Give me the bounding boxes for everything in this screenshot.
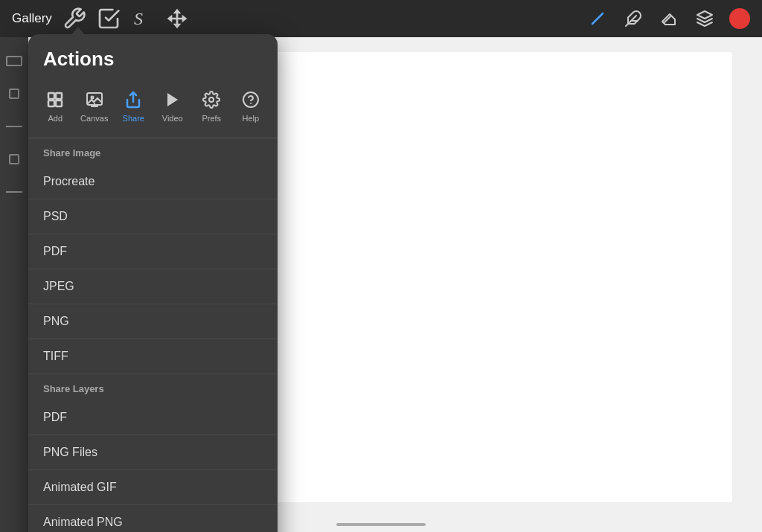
canvas-tab-label: Canvas — [80, 114, 108, 123]
share-layers-section-header: Share Layers — [28, 374, 278, 400]
dropdown-caret — [71, 27, 86, 36]
menu-item-png-files[interactable]: PNG Files — [28, 435, 278, 470]
svg-rect-6 — [48, 93, 54, 99]
menu-item-pdf-image[interactable]: PDF — [28, 234, 278, 269]
gallery-label[interactable]: Gallery — [12, 11, 52, 26]
svg-line-1 — [592, 13, 603, 24]
tab-video[interactable]: Video — [153, 84, 193, 127]
menu-item-animated-gif[interactable]: Animated GIF — [28, 470, 278, 505]
tab-row: Add Canvas Shar — [28, 78, 278, 138]
svg-marker-5 — [697, 11, 712, 19]
tab-prefs[interactable]: Prefs — [192, 84, 231, 127]
tab-help[interactable]: Help — [231, 84, 271, 127]
pen-tool-icon[interactable] — [586, 7, 609, 30]
left-tool-2[interactable] — [5, 85, 23, 103]
top-bar-right — [586, 7, 750, 30]
move-icon[interactable] — [165, 7, 189, 31]
panel-header: Actions — [28, 34, 278, 78]
tab-share[interactable]: Share — [114, 84, 153, 127]
prefs-tab-icon — [200, 89, 222, 111]
svg-rect-7 — [56, 93, 62, 99]
eraser-icon[interactable] — [658, 7, 680, 30]
panel-title: Actions — [43, 48, 114, 70]
share-image-section-header: Share Image — [28, 138, 278, 164]
canvas-tab-icon — [83, 89, 106, 111]
menu-item-procreate[interactable]: Procreate — [28, 164, 278, 199]
left-tool-1[interactable] — [5, 52, 23, 70]
svg-point-14 — [209, 97, 214, 102]
tab-add[interactable]: Add — [36, 84, 75, 127]
scroll-bar — [336, 523, 426, 526]
menu-item-psd[interactable]: PSD — [28, 199, 278, 234]
video-tab-label: Video — [162, 114, 183, 123]
left-tool-3[interactable] — [5, 118, 23, 135]
share-tab-label: Share — [123, 114, 144, 123]
help-tab-icon — [240, 89, 262, 111]
modify-icon[interactable] — [97, 7, 121, 31]
smudge-icon[interactable]: S — [131, 7, 155, 31]
color-dot[interactable] — [729, 8, 750, 29]
menu-item-animated-png[interactable]: Animated PNG — [28, 505, 278, 532]
svg-marker-13 — [167, 93, 178, 106]
left-tool-5[interactable] — [5, 183, 23, 201]
layers-icon[interactable] — [694, 7, 716, 30]
help-tab-label: Help — [242, 114, 259, 123]
top-bar: Gallery S — [0, 0, 762, 37]
tab-canvas[interactable]: Canvas — [75, 84, 115, 127]
add-tab-label: Add — [48, 114, 63, 123]
prefs-tab-label: Prefs — [202, 114, 221, 123]
left-toolbar — [0, 37, 28, 532]
video-tab-icon — [161, 89, 184, 111]
menu-item-pdf-layers[interactable]: PDF — [28, 400, 278, 435]
marker-icon[interactable] — [622, 7, 644, 30]
svg-rect-9 — [56, 100, 62, 106]
left-tool-4[interactable] — [5, 150, 23, 168]
actions-panel: Actions Add — [28, 34, 278, 532]
top-bar-left: Gallery S — [12, 7, 189, 31]
menu-item-jpeg[interactable]: JPEG — [28, 269, 278, 304]
svg-point-11 — [91, 97, 93, 99]
add-tab-icon — [44, 89, 66, 111]
svg-text:S: S — [134, 9, 143, 28]
svg-rect-8 — [48, 100, 54, 106]
share-tab-icon — [122, 89, 144, 111]
menu-item-tiff[interactable]: TIFF — [28, 339, 278, 374]
menu-item-png[interactable]: PNG — [28, 304, 278, 339]
